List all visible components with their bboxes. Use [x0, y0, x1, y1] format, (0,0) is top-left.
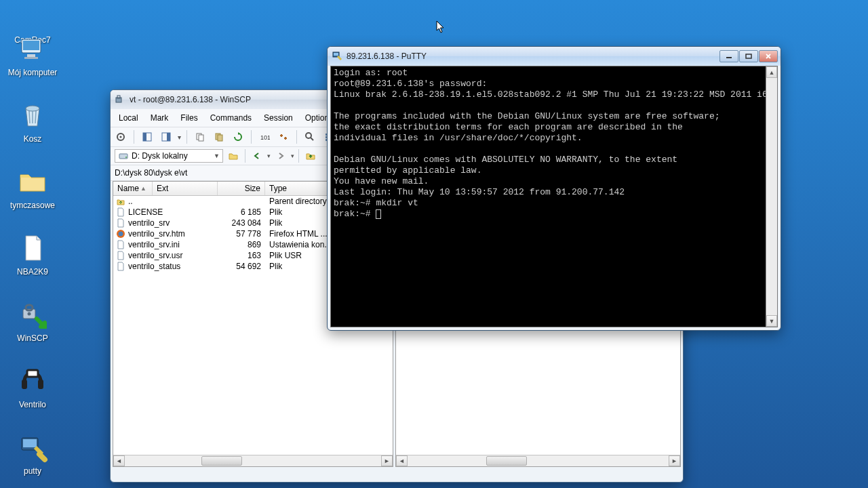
menu-files[interactable]: Files [175, 110, 203, 125]
svg-point-26 [306, 133, 311, 138]
putty-shortcut[interactable]: putty [5, 431, 60, 476]
parent-folder-icon[interactable] [303, 148, 318, 163]
panel1-icon[interactable] [140, 129, 155, 144]
nba2k9[interactable]: NBA2K9 [5, 232, 60, 277]
svg-rect-36 [334, 53, 338, 56]
menu-commands[interactable]: Commands [205, 110, 257, 125]
file-size: 6 185 [218, 207, 265, 217]
panel2-icon[interactable] [159, 129, 174, 144]
menu-mark[interactable]: Mark [145, 110, 174, 125]
svg-rect-37 [726, 57, 732, 58]
svg-rect-10 [27, 370, 38, 377]
svg-point-4 [26, 106, 39, 111]
scroll-left-icon[interactable]: ◄ [113, 455, 125, 466]
col-size[interactable]: Size [218, 182, 265, 195]
putty-title: 89.231.6.138 - PuTTY [347, 52, 719, 61]
terminal-vscroll[interactable]: ▲ ▼ [766, 66, 777, 327]
putty-icon [16, 431, 49, 464]
winscp-text: WinSCP [17, 333, 47, 343]
svg-rect-24 [218, 135, 222, 141]
file-name: ventrilo_srv [128, 218, 170, 228]
scroll-up-icon[interactable]: ▲ [766, 66, 777, 78]
trash-icon [16, 99, 49, 131]
menu-session[interactable]: Session [258, 110, 298, 125]
document-icon [16, 232, 49, 264]
binary-icon[interactable]: 101 [257, 129, 272, 144]
svg-rect-6 [26, 305, 33, 310]
menu-local[interactable]: Local [113, 110, 144, 125]
svg-rect-8 [22, 380, 27, 389]
maximize-button[interactable] [739, 50, 758, 62]
svg-rect-2 [27, 54, 35, 57]
file-name: .. [128, 197, 133, 206]
drive-select[interactable]: D: Dysk lokalny ▼ [115, 149, 223, 163]
svg-point-34 [119, 232, 123, 237]
file-size: 57 778 [218, 229, 265, 239]
forward-icon[interactable] [273, 148, 288, 163]
svg-rect-12 [23, 439, 37, 447]
sync-icon[interactable] [276, 129, 291, 144]
col-name[interactable]: Name▲ [113, 182, 153, 195]
file-name: ventrilo_status [128, 262, 180, 271]
svg-rect-38 [746, 54, 751, 58]
terminal-output[interactable]: login as: root root@89.231.6.138's passw… [331, 66, 766, 327]
file-icon [116, 262, 125, 271]
svg-point-32 [125, 157, 127, 158]
nba-text: NBA2K9 [17, 267, 48, 277]
drive-label: D: Dysk lokalny [132, 151, 188, 161]
file-icon [116, 218, 125, 228]
close-button[interactable] [759, 50, 778, 62]
col-ext[interactable]: Ext [153, 182, 218, 195]
computer-icon [16, 33, 49, 65]
copy-icon[interactable] [193, 129, 208, 144]
move-icon[interactable] [212, 129, 226, 144]
svg-rect-1 [23, 41, 39, 50]
winscp-shortcut[interactable]: WinSCP [5, 298, 60, 343]
open-folder-icon[interactable] [226, 148, 241, 163]
computer-text: Mój komputer [8, 68, 58, 77]
folder-icon [16, 165, 49, 198]
svg-rect-22 [199, 135, 203, 141]
scroll-down-icon[interactable]: ▼ [766, 315, 777, 327]
scroll-right-icon[interactable]: ► [381, 455, 393, 466]
remote-hscroll[interactable]: ◄ ► [396, 455, 680, 466]
temp-text: tymczasowe [10, 201, 55, 210]
svg-rect-3 [24, 57, 38, 59]
putty-titlebar[interactable]: 89.231.6.138 - PuTTY [328, 47, 781, 66]
ventrilo-icon [16, 365, 49, 397]
file-icon [116, 240, 125, 249]
putty-window[interactable]: 89.231.6.138 - PuTTY login as: root root… [327, 46, 781, 331]
blank-icon [16, 0, 49, 33]
file-icon [116, 229, 125, 239]
minimize-button[interactable] [719, 50, 738, 62]
scroll-left-icon[interactable]: ◄ [396, 455, 408, 466]
putty-title-icon [332, 51, 342, 62]
svg-point-7 [28, 312, 31, 316]
file-icon [116, 251, 125, 260]
refresh-icon[interactable] [231, 129, 245, 144]
trash[interactable]: Kosz [5, 99, 60, 144]
file-name: ventrilo_srv.ini [128, 240, 180, 249]
drive-icon [118, 150, 129, 161]
ventrilo-text: Ventrilo [19, 400, 46, 409]
svg-text:101: 101 [260, 134, 270, 141]
svg-rect-18 [143, 133, 146, 141]
mouse-cursor-icon [436, 20, 446, 37]
file-size: 869 [218, 240, 265, 249]
scroll-right-icon[interactable]: ► [669, 455, 680, 466]
find-icon[interactable] [302, 129, 317, 144]
local-hscroll[interactable]: ◄ ► [113, 455, 393, 466]
file-icon [116, 197, 125, 206]
back-icon[interactable] [250, 148, 264, 163]
svg-rect-9 [38, 380, 43, 389]
scroll-thumb[interactable] [486, 456, 527, 466]
gear-icon[interactable] [113, 129, 128, 144]
my-computer[interactable]: Mój komputer [5, 33, 60, 77]
file-name: ventrilo_srv.htm [128, 229, 185, 239]
ventrilo-shortcut[interactable]: Ventrilo [5, 365, 60, 409]
folder-temp[interactable]: tymczasowe [5, 165, 60, 210]
scroll-thumb[interactable] [201, 456, 242, 466]
putty-text: putty [24, 466, 41, 476]
trash-text: Kosz [24, 134, 42, 144]
svg-rect-20 [167, 133, 170, 141]
